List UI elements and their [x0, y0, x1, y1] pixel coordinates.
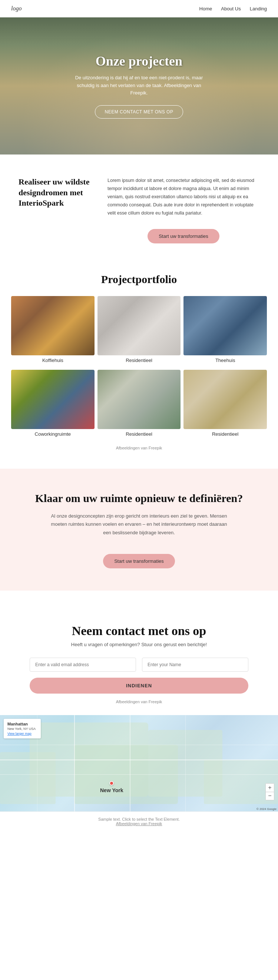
portfolio-section: Projectportfolio Koffiehuis Residentieel… [0, 258, 278, 458]
portfolio-item-residentieel2[interactable]: Residentieel [97, 370, 181, 441]
portfolio-img-koffiehuis [11, 296, 94, 355]
map-view-larger[interactable]: View larger map [7, 732, 37, 735]
map-address: New York, NY USA [7, 727, 37, 731]
realiseer-cta-wrapper: Start uw transformaties [107, 221, 259, 243]
footer-sample-text: Sample text. Click to select the Text El… [11, 817, 267, 821]
nav-links: Home About Us Landing [200, 6, 267, 11]
cta-title: Klaar om uw ruimte opnieuw te definiëren… [30, 491, 248, 505]
portfolio-item-residentieel3[interactable]: Residentieel [184, 370, 267, 441]
portfolio-grid: Koffiehuis Residentieel Theehuis Coworki… [11, 296, 267, 441]
submit-button[interactable]: INDIENEN [30, 678, 248, 694]
realiseer-right: Lorem ipsum dolor sit amet, consectetur … [107, 177, 259, 243]
realiseer-cta-button[interactable]: Start uw transformaties [147, 229, 219, 243]
contact-form-row [30, 658, 248, 672]
nav-landing[interactable]: Landing [250, 6, 267, 11]
logo: logo [11, 5, 21, 12]
contact-subtitle: Heeft u vragen of opmerkingen? Stuur ons… [30, 642, 248, 647]
map-city: Manhattan [7, 722, 37, 726]
realiseer-heading: Realiseer uw wildste designdromen met In… [19, 177, 93, 208]
contact-title: Neem contact met ons op [30, 624, 248, 638]
hero-content: Onze projecten De uitzondering is dat hi… [69, 53, 209, 119]
map-zoom-controls: + − [265, 783, 274, 800]
portfolio-label-residentieel1: Residentieel [97, 358, 181, 363]
nav-home[interactable]: Home [200, 6, 212, 11]
hero-section: Onze projecten De uitzondering is dat hi… [0, 18, 278, 154]
cta-button[interactable]: Start uw transformaties [103, 554, 175, 568]
map-zoom-out[interactable]: − [266, 792, 274, 800]
email-input[interactable] [30, 658, 136, 672]
contact-section: Neem contact met ons op Heeft u vragen o… [0, 602, 278, 715]
cta-body: Al onze designconcepten zijn erop gerich… [46, 512, 232, 536]
map-zoom-in[interactable]: + [266, 784, 274, 792]
footer: Sample text. Click to select the Text El… [0, 811, 278, 831]
nav-about[interactable]: About Us [221, 6, 241, 11]
portfolio-img-residentieel2 [97, 370, 181, 429]
realiseer-left: Realiseer uw wildste designdromen met In… [19, 177, 93, 208]
navbar: logo Home About Us Landing [0, 0, 278, 18]
footer-credit-link[interactable]: Afbeeldingen van Freepik [116, 821, 162, 826]
map-city-label: New York [100, 788, 123, 793]
portfolio-item-koffiehuis[interactable]: Koffiehuis [11, 296, 94, 367]
name-input[interactable] [142, 658, 248, 672]
footer-credit: Afbeeldingen van Freepik [11, 821, 267, 826]
portfolio-item-theehuis[interactable]: Theehuis [184, 296, 267, 367]
portfolio-item-coworking[interactable]: Coworkingruimte [11, 370, 94, 441]
map-credit: © 2024 Google [257, 807, 276, 811]
map-info-box: Manhattan New York, NY USA View larger m… [4, 719, 41, 738]
portfolio-label-residentieel3: Residentieel [184, 431, 267, 437]
name-field-wrapper [142, 658, 248, 672]
hero-description: De uitzondering is dat hij af en toe een… [69, 74, 209, 97]
portfolio-credit: Afbeeldingen van Freepik [11, 446, 267, 450]
hero-title: Onze projecten [69, 53, 209, 69]
email-field-wrapper [30, 658, 136, 672]
portfolio-img-theehuis [184, 296, 267, 355]
portfolio-label-koffiehuis: Koffiehuis [11, 358, 94, 363]
hero-cta-button[interactable]: NEEM CONTACT MET ONS OP [95, 105, 184, 119]
portfolio-label-coworking: Coworkingruimte [11, 431, 94, 437]
portfolio-img-residentieel1 [97, 296, 181, 355]
portfolio-img-coworking [11, 370, 94, 429]
portfolio-label-theehuis: Theehuis [184, 358, 267, 363]
portfolio-label-residentieel2: Residentieel [97, 431, 181, 437]
portfolio-title: Projectportfolio [11, 273, 267, 286]
contact-credit: Afbeeldingen van Freepik [30, 700, 248, 704]
map-background: New York Manhattan New York, NY USA View… [0, 715, 278, 811]
cta-section: Klaar om uw ruimte opnieuw te definiëren… [0, 469, 278, 590]
portfolio-item-residentieel1[interactable]: Residentieel [97, 296, 181, 367]
portfolio-img-residentieel3 [184, 370, 267, 429]
map-section: New York Manhattan New York, NY USA View… [0, 715, 278, 811]
realiseer-section: Realiseer uw wildste designdromen met In… [0, 154, 278, 258]
realiseer-body: Lorem ipsum dolor sit amet, consectetur … [107, 177, 259, 217]
